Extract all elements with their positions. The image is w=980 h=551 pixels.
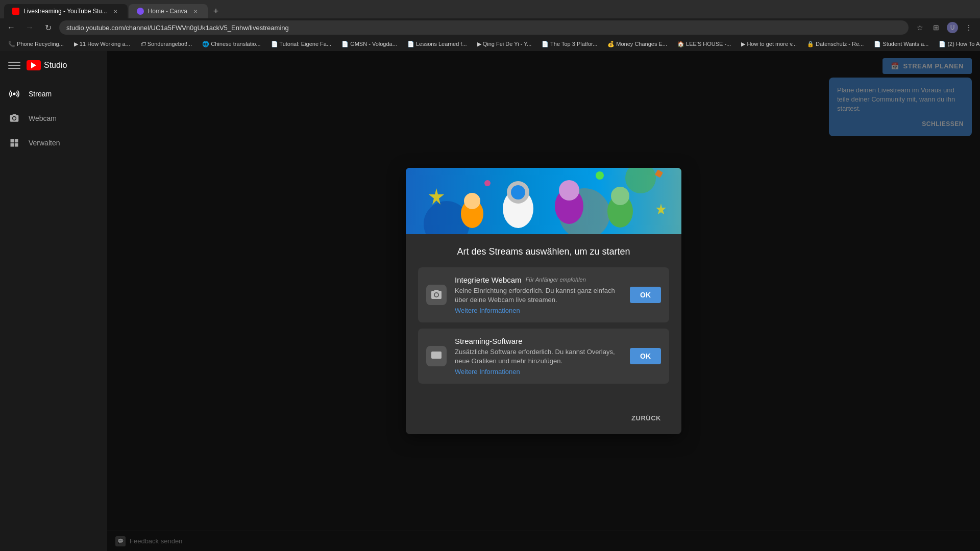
canva-favicon — [137, 8, 144, 15]
tab-canva[interactable]: Home - Canva ✕ — [129, 4, 208, 18]
svg-point-13 — [464, 193, 480, 209]
sidebar-item-webcam[interactable]: Webcam — [0, 106, 107, 131]
tab-label: Livestreaming - YouTube Stu... — [23, 8, 107, 15]
bookmark-10[interactable]: 🏠 LEE'S HOUSE -... — [673, 40, 735, 48]
address-bar[interactable]: studio.youtube.com/channel/UC1a5FWVn0gUk… — [59, 20, 909, 35]
modal-footer: ZURÜCK — [406, 402, 681, 434]
bookmark-1[interactable]: ▶ 11 How Working a... — [70, 40, 134, 48]
software-option-desc: Zusätzliche Software erforderlich. Du ka… — [455, 347, 622, 366]
profile-button[interactable]: U — [945, 20, 960, 35]
stream-label: Stream — [29, 90, 52, 98]
webcam-option-card: Integrierte Webcam Für Anfänger empfohle… — [418, 267, 669, 322]
sidebar-item-verwalten[interactable]: Verwalten — [0, 131, 107, 155]
main-content: 📅 STREAM PLANEN Plane deinen Livestream … — [107, 51, 980, 551]
webcam-option-desc: Keine Einrichtung erforderlich. Du kanns… — [455, 286, 622, 305]
tab-canva-label: Home - Canva — [148, 8, 187, 15]
svg-point-0 — [13, 93, 16, 95]
software-mehr-info-link[interactable]: Weitere Informationen — [455, 368, 622, 375]
bookmark-9[interactable]: 💰 Money Changes E... — [603, 40, 671, 48]
bookmark-5[interactable]: 📄 GMSN - Vologda... — [337, 40, 401, 48]
new-tab-button[interactable]: + — [209, 4, 223, 18]
sidebar-header: Studio — [0, 59, 107, 82]
hamburger-menu-button[interactable] — [8, 59, 20, 71]
software-option-icon — [426, 346, 447, 366]
bookmarks-bar: 📞 Phone Recycling... ▶ 11 How Working a.… — [0, 37, 980, 51]
back-button[interactable]: ZURÜCK — [623, 410, 669, 426]
bookmark-13[interactable]: 📄 Student Wants a... — [870, 40, 933, 48]
yt-favicon — [12, 8, 19, 15]
tab-livestreaming[interactable]: Livestreaming - YouTube Stu... ✕ — [4, 4, 128, 18]
modal-header-illustration — [406, 168, 681, 234]
grid-icon — [8, 137, 20, 149]
software-ok-button[interactable]: OK — [630, 348, 661, 364]
svg-point-16 — [484, 180, 491, 186]
bookmark-phone[interactable]: 📞 Phone Recycling... — [4, 40, 68, 48]
bookmark-11[interactable]: ▶ How to get more v... — [737, 40, 801, 48]
webcam-mehr-info-link[interactable]: Weitere Informationen — [455, 307, 622, 314]
stream-icon — [8, 88, 20, 100]
menu-button[interactable]: ⋮ — [962, 20, 976, 35]
bookmark-14[interactable]: 📄 (2) How To Add A... — [935, 40, 980, 48]
extensions-button[interactable]: ⊞ — [929, 20, 943, 35]
svg-point-7 — [511, 185, 525, 199]
yt-studio-logo: Studio — [27, 60, 67, 70]
browser-chrome: Livestreaming - YouTube Stu... ✕ Home - … — [0, 0, 980, 37]
bookmark-4[interactable]: 📄 Tutorial: Eigene Fa... — [267, 40, 336, 48]
youtube-icon — [27, 60, 41, 70]
page: Studio Stream Webcam — [0, 51, 980, 551]
bookmark-star-button[interactable]: ☆ — [913, 20, 927, 35]
tab-canva-close-btn[interactable]: ✕ — [191, 7, 200, 15]
tab-close-btn[interactable]: ✕ — [111, 7, 119, 15]
svg-point-9 — [559, 180, 579, 201]
studio-text: Studio — [44, 61, 67, 70]
address-text: studio.youtube.com/channel/UC1a5FWVn0gUk… — [66, 24, 289, 32]
bookmark-3[interactable]: 🌐 Chinese translatio... — [198, 40, 264, 48]
webcam-label: Webcam — [29, 114, 57, 122]
verwalten-label: Verwalten — [29, 139, 60, 147]
sidebar-item-stream[interactable]: Stream — [0, 82, 107, 106]
forward-button[interactable]: → — [22, 20, 37, 35]
svg-point-11 — [611, 187, 629, 205]
svg-point-17 — [596, 171, 604, 180]
modal-title: Art des Streams auswählen, um zu starten — [418, 246, 669, 257]
tab-bar: Livestreaming - YouTube Stu... ✕ Home - … — [0, 0, 980, 18]
nav-icons: ☆ ⊞ U ⋮ — [913, 20, 976, 35]
bookmark-12[interactable]: 🔒 Datenschutz - Re... — [803, 40, 868, 48]
webcam-ok-button[interactable]: OK — [630, 287, 661, 303]
back-button[interactable]: ← — [4, 20, 18, 35]
modal-overlay: Art des Streams auswählen, um zu starten… — [107, 51, 980, 551]
reload-button[interactable]: ↻ — [41, 20, 55, 35]
nav-bar: ← → ↻ studio.youtube.com/channel/UC1a5FW… — [0, 18, 980, 37]
svg-rect-19 — [431, 352, 442, 359]
bookmark-2[interactable]: 🏷 Sonderangebot!... — [136, 40, 197, 48]
webcam-option-badge: Für Anfänger empfohlen — [526, 277, 586, 283]
camera-icon — [8, 112, 20, 124]
webcam-option-content: Integrierte Webcam Für Anfänger empfohle… — [455, 276, 622, 314]
bookmark-6[interactable]: 📄 Lessons Learned f... — [403, 40, 471, 48]
webcam-option-icon — [426, 285, 447, 305]
stream-type-modal: Art des Streams auswählen, um zu starten… — [406, 168, 681, 435]
bookmark-7[interactable]: ▶ Qing Fei De Yi - Y... — [473, 40, 536, 48]
software-option-title: Streaming-Software — [455, 337, 622, 345]
bookmark-8[interactable]: 📄 The Top 3 Platfor... — [537, 40, 601, 48]
software-option-card: Streaming-Software Zusätzliche Software … — [418, 329, 669, 384]
sidebar: Studio Stream Webcam — [0, 51, 107, 551]
software-option-content: Streaming-Software Zusätzliche Software … — [455, 337, 622, 375]
webcam-option-title: Integrierte Webcam Für Anfänger empfohle… — [455, 276, 622, 284]
modal-body: Art des Streams auswählen, um zu starten… — [406, 234, 681, 403]
